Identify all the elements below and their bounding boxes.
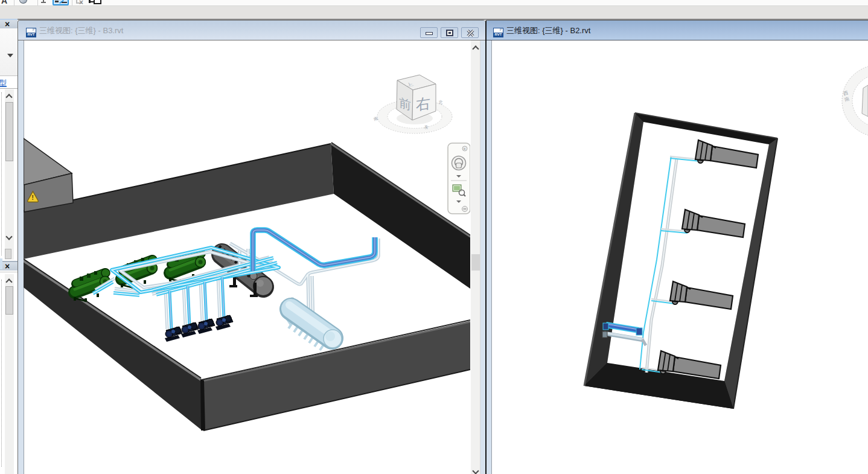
svg-text:!: ! [32, 194, 34, 201]
svg-text:×: × [464, 147, 466, 151]
svg-text:右: 右 [416, 95, 430, 113]
